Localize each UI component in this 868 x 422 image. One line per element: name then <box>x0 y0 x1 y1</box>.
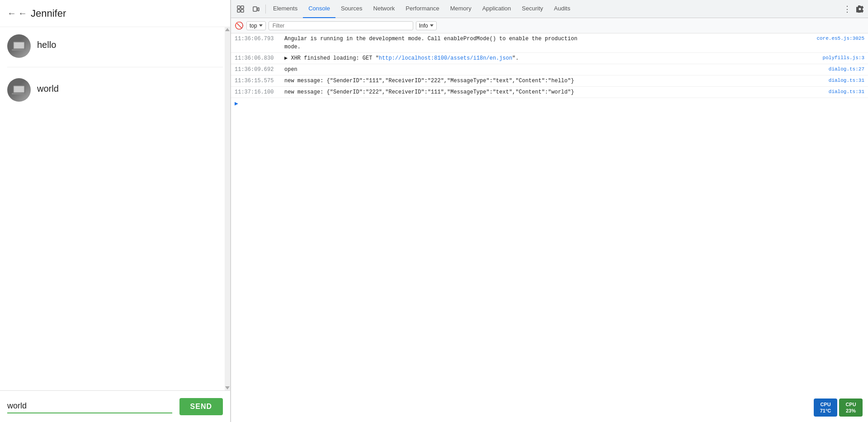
console-output: 11:36:06.793 Angular is running in the d… <box>231 33 868 422</box>
tab-memory[interactable]: Memory <box>445 0 477 18</box>
console-message: open <box>284 66 810 74</box>
cpu-temp-badge: CPU 71°C <box>814 399 837 417</box>
console-message: new message: {"SenderID":"111","Receiver… <box>284 77 810 85</box>
info-selector-chevron <box>430 24 434 27</box>
cpu-label-1: CPU <box>820 401 830 408</box>
cpu-usage-value: 23% <box>846 408 856 414</box>
tab-elements[interactable]: Elements <box>268 0 303 18</box>
console-source-link[interactable]: dialog.ts:27 <box>810 66 864 73</box>
console-toolbar: 🚫 top Info <box>231 18 868 33</box>
console-source-link[interactable]: dialog.ts:31 <box>810 88 864 96</box>
devtools-tabs-bar: Elements Console Sources Network Perform… <box>231 0 868 18</box>
chat-input-area: SEND <box>0 390 230 422</box>
device-toolbar-icon[interactable] <box>249 2 263 16</box>
svg-rect-10 <box>253 7 257 11</box>
console-source-link[interactable]: polyfills.js:3 <box>810 54 864 62</box>
tab-security[interactable]: Security <box>516 0 548 18</box>
console-timestamp: 11:37:16.100 <box>235 88 284 96</box>
console-message: ▶ XHR finished loading: GET "http://loca… <box>284 54 810 62</box>
chat-title: Jennifer <box>31 8 66 19</box>
console-message: new message: {"SenderID":"222","Receiver… <box>284 88 810 96</box>
tab-network[interactable]: Network <box>368 0 401 18</box>
tab-performance[interactable]: Performance <box>400 0 444 18</box>
svg-rect-5 <box>12 93 26 94</box>
svg-rect-8 <box>237 9 240 12</box>
send-button[interactable]: SEND <box>179 398 223 415</box>
tab-audits[interactable]: Audits <box>548 0 576 18</box>
console-line: 11:37:16.100 new message: {"SenderID":"2… <box>231 87 868 98</box>
tab-sources[interactable]: Sources <box>335 0 368 18</box>
message-text: hello <box>37 34 56 50</box>
console-source-link[interactable]: dialog.ts:31 <box>810 77 864 84</box>
cpu-label-2: CPU <box>845 401 856 408</box>
chat-input[interactable] <box>7 399 172 413</box>
console-timestamp: 11:36:06.793 <box>235 35 284 43</box>
log-level-selector[interactable]: Info <box>416 21 437 30</box>
console-prompt-caret: ▶ <box>235 100 238 107</box>
console-prompt-line: ▶ <box>231 98 868 109</box>
console-line: 11:36:06.793 Angular is running in the d… <box>231 33 868 53</box>
more-tabs-button[interactable]: ⋮ <box>841 3 854 15</box>
scroll-track <box>225 27 230 390</box>
scroll-down-arrow[interactable] <box>225 386 230 389</box>
svg-rect-1 <box>14 42 24 48</box>
svg-rect-2 <box>12 49 26 51</box>
tab-console[interactable]: Console <box>303 0 335 18</box>
avatar <box>7 34 31 58</box>
avatar-laptop-icon <box>12 83 26 97</box>
cpu-usage-badge: CPU 23% <box>839 399 863 417</box>
clear-console-button[interactable]: 🚫 <box>235 21 244 30</box>
xhr-url-link[interactable]: http://localhost:8100/assets/i18n/en.jso… <box>379 55 512 61</box>
scroll-up-arrow[interactable] <box>225 28 230 31</box>
back-arrow-icon[interactable]: ← <box>7 8 16 19</box>
avatar-laptop-icon <box>12 39 26 53</box>
chat-messages: hello world <box>0 27 230 390</box>
svg-rect-11 <box>258 8 259 11</box>
console-timestamp: 11:36:09.692 <box>235 66 284 74</box>
console-line: 11:36:06.830 ▶ XHR finished loading: GET… <box>231 53 868 64</box>
tab-separator <box>265 5 266 14</box>
svg-rect-6 <box>237 6 240 9</box>
message-text: world <box>37 78 59 94</box>
inspect-element-icon[interactable] <box>234 2 247 16</box>
top-selector-chevron <box>259 24 263 27</box>
chat-header: ← ← Jennifer <box>0 0 230 27</box>
console-line: 11:36:09.692 open dialog.ts:27 <box>231 64 868 75</box>
cpu-temp-value: 71°C <box>820 408 831 414</box>
console-timestamp: 11:36:15.575 <box>235 77 284 85</box>
console-filter-input[interactable] <box>269 21 413 30</box>
devtools-panel: Elements Console Sources Network Perform… <box>231 0 868 422</box>
console-line: 11:36:15.575 new message: {"SenderID":"1… <box>231 75 868 87</box>
cpu-badges: CPU 71°C CPU 23% <box>814 399 863 417</box>
console-message: Angular is running in the development mo… <box>284 35 810 51</box>
console-source-link[interactable]: core.es5.js:3025 <box>810 35 864 42</box>
settings-icon[interactable] <box>854 3 866 15</box>
console-timestamp: 11:36:06.830 <box>235 54 284 62</box>
message-row: hello <box>7 34 223 67</box>
top-context-selector[interactable]: top <box>246 21 266 30</box>
svg-rect-9 <box>241 9 244 12</box>
svg-rect-7 <box>241 6 244 9</box>
svg-rect-4 <box>14 86 24 92</box>
back-arrow2-icon[interactable]: ← <box>18 8 27 19</box>
avatar <box>7 78 31 102</box>
message-row: world <box>7 78 223 111</box>
chat-panel: ← ← Jennifer hello <box>0 0 231 422</box>
tab-application[interactable]: Application <box>477 0 517 18</box>
